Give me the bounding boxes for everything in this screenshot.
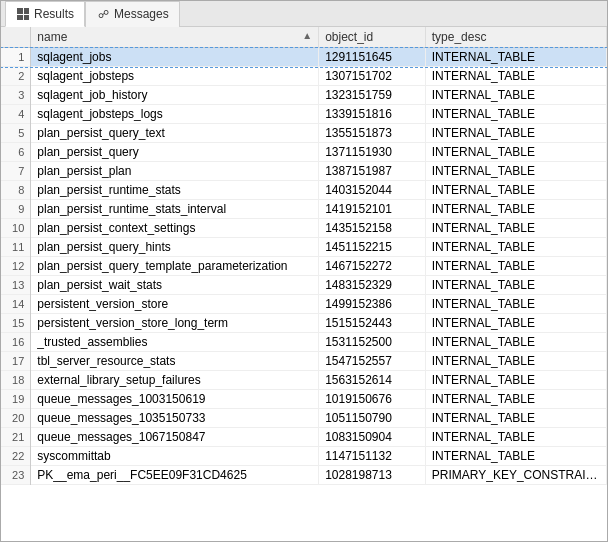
cell-type-desc: INTERNAL_TABLE bbox=[425, 200, 606, 219]
results-table: name ▲ object_id type_desc 1sqlagent_job… bbox=[1, 27, 607, 485]
cell-row-num: 12 bbox=[1, 257, 31, 276]
cell-type-desc: INTERNAL_TABLE bbox=[425, 371, 606, 390]
cell-object-id: 1515152443 bbox=[319, 314, 426, 333]
cell-row-num: 3 bbox=[1, 86, 31, 105]
table-row[interactable]: 20queue_messages_10351507331051150790INT… bbox=[1, 409, 607, 428]
cell-object-id: 1435152158 bbox=[319, 219, 426, 238]
cell-name: sqlagent_job_history bbox=[31, 86, 319, 105]
col-header-type-desc[interactable]: type_desc bbox=[425, 27, 606, 48]
cell-object-id: 1083150904 bbox=[319, 428, 426, 447]
table-row[interactable]: 21queue_messages_10671508471083150904INT… bbox=[1, 428, 607, 447]
cell-type-desc: INTERNAL_TABLE bbox=[425, 352, 606, 371]
cell-object-id: 1291151645 bbox=[319, 48, 426, 67]
cell-row-num: 5 bbox=[1, 124, 31, 143]
cell-object-id: 1387151987 bbox=[319, 162, 426, 181]
cell-row-num: 17 bbox=[1, 352, 31, 371]
cell-name: plan_persist_query_text bbox=[31, 124, 319, 143]
cell-type-desc: INTERNAL_TABLE bbox=[425, 428, 606, 447]
cell-name: queue_messages_1035150733 bbox=[31, 409, 319, 428]
table-body: 1sqlagent_jobs1291151645INTERNAL_TABLE2s… bbox=[1, 48, 607, 485]
table-row[interactable]: 16_trusted_assemblies1531152500INTERNAL_… bbox=[1, 333, 607, 352]
message-icon: ☍ bbox=[96, 7, 110, 21]
cell-name: external_library_setup_failures bbox=[31, 371, 319, 390]
cell-name: plan_persist_query bbox=[31, 143, 319, 162]
table-row[interactable]: 18external_library_setup_failures1563152… bbox=[1, 371, 607, 390]
col-type-desc-label: type_desc bbox=[432, 30, 487, 44]
table-row[interactable]: 9plan_persist_runtime_stats_interval1419… bbox=[1, 200, 607, 219]
cell-name: queue_messages_1067150847 bbox=[31, 428, 319, 447]
cell-name: sqlagent_jobsteps_logs bbox=[31, 105, 319, 124]
tab-messages-label: Messages bbox=[114, 7, 169, 21]
cell-row-num: 16 bbox=[1, 333, 31, 352]
tab-bar: Results ☍ Messages bbox=[1, 1, 607, 27]
table-row[interactable]: 8plan_persist_runtime_stats1403152044INT… bbox=[1, 181, 607, 200]
results-table-wrapper[interactable]: name ▲ object_id type_desc 1sqlagent_job… bbox=[1, 27, 607, 541]
table-row[interactable]: 11plan_persist_query_hints1451152215INTE… bbox=[1, 238, 607, 257]
cell-type-desc: INTERNAL_TABLE bbox=[425, 124, 606, 143]
table-row[interactable]: 13plan_persist_wait_stats1483152329INTER… bbox=[1, 276, 607, 295]
table-row[interactable]: 14persistent_version_store1499152386INTE… bbox=[1, 295, 607, 314]
cell-row-num: 22 bbox=[1, 447, 31, 466]
col-header-object-id[interactable]: object_id bbox=[319, 27, 426, 48]
table-row[interactable]: 12plan_persist_query_template_parameteri… bbox=[1, 257, 607, 276]
cell-object-id: 1051150790 bbox=[319, 409, 426, 428]
cell-row-num: 7 bbox=[1, 162, 31, 181]
cell-object-id: 1339151816 bbox=[319, 105, 426, 124]
cell-type-desc: INTERNAL_TABLE bbox=[425, 295, 606, 314]
cell-object-id: 1419152101 bbox=[319, 200, 426, 219]
cell-object-id: 1547152557 bbox=[319, 352, 426, 371]
cell-type-desc: INTERNAL_TABLE bbox=[425, 238, 606, 257]
cell-object-id: 1028198713 bbox=[319, 466, 426, 485]
sort-icon: ▲ bbox=[302, 30, 312, 41]
cell-type-desc: INTERNAL_TABLE bbox=[425, 86, 606, 105]
cell-object-id: 1147151132 bbox=[319, 447, 426, 466]
tab-results[interactable]: Results bbox=[5, 1, 85, 27]
table-row[interactable]: 19queue_messages_10031506191019150676INT… bbox=[1, 390, 607, 409]
cell-type-desc: INTERNAL_TABLE bbox=[425, 257, 606, 276]
table-row[interactable]: 4sqlagent_jobsteps_logs1339151816INTERNA… bbox=[1, 105, 607, 124]
cell-type-desc: INTERNAL_TABLE bbox=[425, 219, 606, 238]
cell-type-desc: INTERNAL_TABLE bbox=[425, 409, 606, 428]
cell-row-num: 2 bbox=[1, 67, 31, 86]
cell-type-desc: INTERNAL_TABLE bbox=[425, 162, 606, 181]
cell-name: plan_persist_query_hints bbox=[31, 238, 319, 257]
grid-icon bbox=[16, 7, 30, 21]
tab-results-label: Results bbox=[34, 7, 74, 21]
cell-name: persistent_version_store_long_term bbox=[31, 314, 319, 333]
table-row[interactable]: 10plan_persist_context_settings143515215… bbox=[1, 219, 607, 238]
cell-type-desc: INTERNAL_TABLE bbox=[425, 143, 606, 162]
cell-object-id: 1483152329 bbox=[319, 276, 426, 295]
table-row[interactable]: 1sqlagent_jobs1291151645INTERNAL_TABLE bbox=[1, 48, 607, 67]
cell-name: _trusted_assemblies bbox=[31, 333, 319, 352]
table-row[interactable]: 3sqlagent_job_history1323151759INTERNAL_… bbox=[1, 86, 607, 105]
cell-type-desc: INTERNAL_TABLE bbox=[425, 48, 606, 67]
table-row[interactable]: 6plan_persist_query1371151930INTERNAL_TA… bbox=[1, 143, 607, 162]
table-row[interactable]: 22syscommittab1147151132INTERNAL_TABLE bbox=[1, 447, 607, 466]
cell-type-desc: INTERNAL_TABLE bbox=[425, 181, 606, 200]
cell-name: PK__ema_peri__FC5EE09F31CD4625 bbox=[31, 466, 319, 485]
cell-object-id: 1531152500 bbox=[319, 333, 426, 352]
cell-name: tbl_server_resource_stats bbox=[31, 352, 319, 371]
tab-messages[interactable]: ☍ Messages bbox=[85, 1, 180, 27]
main-window: Results ☍ Messages name ▲ object_id bbox=[0, 0, 608, 542]
cell-type-desc: PRIMARY_KEY_CONSTRAINT bbox=[425, 466, 606, 485]
col-header-name[interactable]: name ▲ bbox=[31, 27, 319, 48]
table-row[interactable]: 15persistent_version_store_long_term1515… bbox=[1, 314, 607, 333]
cell-name: plan_persist_plan bbox=[31, 162, 319, 181]
table-row[interactable]: 5plan_persist_query_text1355151873INTERN… bbox=[1, 124, 607, 143]
cell-object-id: 1499152386 bbox=[319, 295, 426, 314]
cell-object-id: 1307151702 bbox=[319, 67, 426, 86]
table-row[interactable]: 23PK__ema_peri__FC5EE09F31CD462510281987… bbox=[1, 466, 607, 485]
cell-row-num: 10 bbox=[1, 219, 31, 238]
cell-type-desc: INTERNAL_TABLE bbox=[425, 276, 606, 295]
table-row[interactable]: 7plan_persist_plan1387151987INTERNAL_TAB… bbox=[1, 162, 607, 181]
col-name-label: name bbox=[37, 30, 67, 44]
cell-object-id: 1355151873 bbox=[319, 124, 426, 143]
table-row[interactable]: 17tbl_server_resource_stats1547152557INT… bbox=[1, 352, 607, 371]
cell-type-desc: INTERNAL_TABLE bbox=[425, 105, 606, 124]
cell-object-id: 1403152044 bbox=[319, 181, 426, 200]
cell-name: persistent_version_store bbox=[31, 295, 319, 314]
table-row[interactable]: 2sqlagent_jobsteps1307151702INTERNAL_TAB… bbox=[1, 67, 607, 86]
cell-name: plan_persist_wait_stats bbox=[31, 276, 319, 295]
cell-name: plan_persist_runtime_stats_interval bbox=[31, 200, 319, 219]
